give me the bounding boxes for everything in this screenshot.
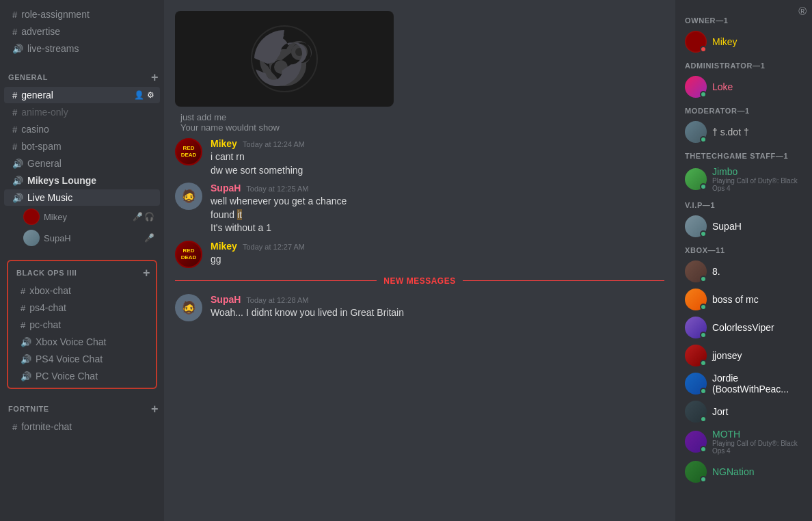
member-avatar [685, 345, 707, 366]
main-chat: ® just add me Your name wouldnt show RED… [164, 0, 675, 521]
add-channel-button[interactable]: + [143, 267, 150, 279]
channel-pc-voice[interactable]: 🔊 PC Voice Chat [12, 368, 152, 384]
channel-general-voice[interactable]: 🔊 General [4, 155, 160, 172]
member-avatar [685, 260, 707, 282]
general-section: GENERAL + # general 👤 ⚙ # anime-only # c… [0, 63, 164, 254]
member-avatar [685, 168, 707, 190]
message-author: SupaH [211, 294, 241, 305]
member-item-jimbo[interactable]: Jimbo Playing Call of Duty®: Black Ops 4 [681, 163, 807, 195]
channel-label: role-assignment [21, 9, 154, 20]
voice-channel-icon: 🔊 [12, 44, 23, 54]
channel-live-streams[interactable]: 🔊 live-streams [4, 40, 160, 57]
channel-xbox-voice[interactable]: 🔊 Xbox Voice Chat [12, 334, 152, 350]
member-item-colorless[interactable]: ColorlessViper [681, 314, 807, 341]
member-name: NGNation [712, 466, 754, 477]
settings-icon[interactable]: ⚙ [147, 90, 154, 100]
member-name: Jordie (BoostWithPeac... [712, 373, 802, 395]
text-channel-icon: # [21, 286, 25, 296]
general-section-header[interactable]: GENERAL + [0, 68, 164, 86]
add-member-icon[interactable]: 👤 [134, 90, 144, 100]
system-text: just add me [180, 112, 664, 122]
text-channel-icon: # [12, 124, 17, 135]
voice-channel-icon: 🔊 [21, 371, 31, 382]
voice-member-supah[interactable]: SupaH 🎤 [4, 228, 160, 248]
member-item-sdot[interactable]: † s.dot † [681, 118, 807, 146]
system-text: Your name wouldnt show [180, 122, 664, 133]
channel-label: anime-only [21, 107, 154, 118]
message-header: Mikey Today at 12:24 AM [211, 138, 664, 149]
status-indicator [700, 183, 707, 190]
mikeys-lounge-header[interactable]: 🔊 Mikeys Lounge [4, 172, 160, 189]
channel-anime-only[interactable]: # anime-only [4, 104, 160, 120]
status-indicator [700, 91, 707, 98]
member-item-mikey[interactable]: Mikey [681, 28, 807, 55]
channel-label: Xbox Voice Chat [36, 336, 146, 347]
member-item-jjonsey[interactable]: jjonsey [681, 342, 807, 369]
member-avatar [685, 76, 707, 98]
text-channel-icon: # [12, 142, 17, 152]
channel-general[interactable]: # general 👤 ⚙ [4, 87, 160, 103]
member-name: Mikey [44, 212, 133, 222]
channel-ps4-voice[interactable]: 🔊 PS4 Voice Chat [12, 351, 152, 367]
mute-icon: 🎤 [144, 233, 154, 243]
voice-channel-icon: 🔊 [12, 176, 23, 186]
message-timestamp: Today at 12:24 AM [243, 140, 305, 148]
text-channel-icon: # [12, 90, 17, 101]
steam-embed: ® [175, 11, 394, 107]
black-ops-section-header[interactable]: BLACK OPS IIII + [8, 264, 156, 282]
message-content: Mikey Today at 12:24 AM i cant rn dw we … [211, 138, 664, 177]
member-avatar [23, 209, 40, 225]
status-indicator [700, 276, 707, 282]
channel-label: pc-chat [29, 319, 146, 330]
member-section-title: V.I.P—1 [681, 196, 807, 212]
member-name: Jimbo [712, 166, 802, 177]
channel-casino[interactable]: # casino [4, 121, 160, 137]
status-indicator [700, 230, 707, 237]
status-indicator [700, 304, 707, 310]
member-item-8[interactable]: 8. [681, 258, 807, 285]
member-avatar [685, 431, 707, 453]
member-avatar [685, 461, 707, 483]
member-item-jordie[interactable]: Jordie (BoostWithPeac... [681, 370, 807, 397]
member-name: MOTH [712, 429, 802, 440]
member-avatar [685, 401, 707, 423]
channel-label: ps4-chat [29, 302, 146, 313]
channel-xbox-chat[interactable]: # xbox-chat [12, 282, 152, 299]
member-item-jort[interactable]: Jort [681, 398, 807, 425]
member-section-title: ADMINISTRATOR—1 [681, 56, 807, 72]
status-indicator [700, 360, 707, 366]
channel-bot-spam[interactable]: # bot-spam [4, 138, 160, 155]
add-channel-button[interactable]: + [151, 71, 159, 83]
message-text: dw we sort something [211, 164, 664, 178]
message-group: 🧔 SupaH Today at 12:25 AM well whenever … [175, 183, 664, 235]
text-channel-icon: # [12, 27, 17, 37]
message-group: REDDEAD Mikey Today at 12:27 AM gg [175, 241, 664, 268]
members-sidebar: OWNER—1 Mikey ADMINISTRATOR—1 Loke MODER… [675, 0, 812, 521]
member-item-moth[interactable]: MOTH Playing Call of Duty®: Black Ops 4 [681, 426, 807, 457]
channel-ps4-chat[interactable]: # ps4-chat [12, 299, 152, 316]
channel-live-music[interactable]: 🔊 Live Music [4, 189, 160, 206]
member-item-supah[interactable]: SupaH [681, 213, 807, 240]
sidebar: # role-assignment # advertise 🔊 live-str… [0, 0, 164, 521]
channel-label: live-streams [27, 43, 154, 54]
member-item-ng[interactable]: NGNation [681, 458, 807, 485]
channel-pc-chat[interactable]: # pc-chat [12, 317, 152, 333]
status-indicator [700, 46, 707, 53]
channel-role-assignment[interactable]: # role-assignment [4, 6, 160, 23]
channel-fortnite-chat[interactable]: # fortnite-chat [4, 418, 160, 435]
steam-logo: ® [175, 11, 394, 107]
member-item-boss[interactable]: boss of mc [681, 286, 807, 313]
member-item-loke[interactable]: Loke [681, 73, 807, 101]
channel-advertise[interactable]: # advertise [4, 23, 160, 40]
section-label: FORTNITE [8, 405, 49, 413]
channel-label: Mikeys Lounge [27, 175, 154, 186]
fortnite-section-header[interactable]: FORTNITE + [0, 400, 164, 418]
member-avatar [23, 230, 40, 246]
add-channel-button[interactable]: + [151, 403, 159, 415]
message-text: well whenever you get a chance [211, 195, 664, 209]
text-channel-icon: # [12, 422, 17, 432]
message-text: It's without a 1 [211, 222, 664, 235]
voice-member-mikey[interactable]: Mikey 🎤 🎧 [4, 206, 160, 227]
voice-channel-active-icon: 🔊 [12, 193, 23, 203]
message-content: Mikey Today at 12:27 AM gg [211, 241, 664, 267]
